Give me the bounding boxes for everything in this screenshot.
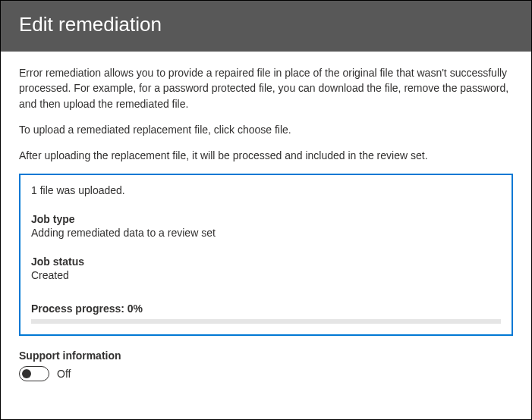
job-type-label: Job type [31,213,501,225]
job-type-section: Job type Adding remediated data to a rev… [31,213,501,239]
job-status-value: Created [31,269,501,281]
job-type-value: Adding remediated data to a review set [31,227,501,239]
support-title: Support information [19,349,513,362]
toggle-knob-icon [22,369,31,378]
panel-content: Error remediation allows you to provide … [1,52,531,389]
support-toggle-label: Off [57,368,71,380]
upload-message: 1 file was uploaded. [31,184,501,196]
job-status-section: Job status Created [31,255,501,281]
support-toggle[interactable] [19,366,49,381]
support-section: Support information Off [19,349,513,381]
progress-bar [31,319,501,324]
after-upload-text: After uploading the replacement file, it… [19,148,513,163]
upload-hint-text: To upload a remediated replacement file,… [19,122,513,137]
progress-label: Process progress: 0% [31,302,501,315]
intro-text: Error remediation allows you to provide … [19,65,513,111]
job-status-label: Job status [31,255,501,268]
page-title: Edit remediation [19,13,513,36]
support-toggle-row: Off [19,366,513,381]
progress-section: Process progress: 0% [31,302,501,324]
panel-header: Edit remediation [1,1,531,52]
status-box: 1 file was uploaded. Job type Adding rem… [19,174,513,336]
